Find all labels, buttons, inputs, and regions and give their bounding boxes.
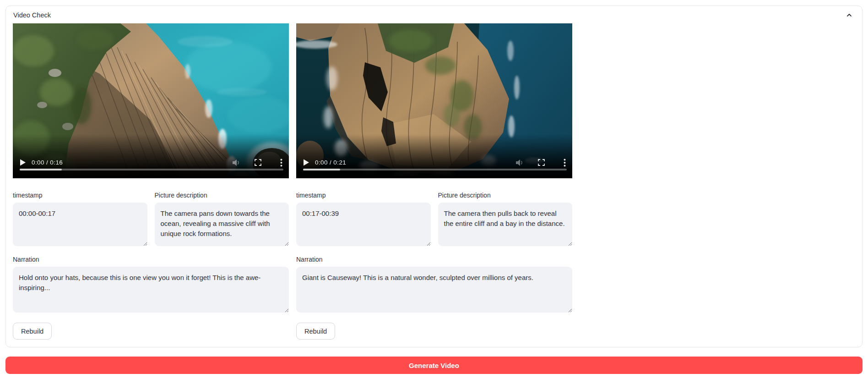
segment-column-2: 0:00 / 0:21 xyxy=(296,23,572,340)
picture-description-label: Picture description xyxy=(438,192,573,199)
generate-video-button[interactable]: Generate Video xyxy=(5,357,863,374)
timestamp-input[interactable]: 00:00-00:17 xyxy=(13,203,147,246)
video-player-1[interactable]: 0:00 / 0:16 xyxy=(13,23,289,178)
rebuild-button-1[interactable]: Rebuild xyxy=(13,323,52,340)
picture-description-label: Picture description xyxy=(155,192,289,199)
expander-header[interactable]: Video Check xyxy=(6,6,862,23)
narration-input[interactable]: Hold onto your hats, because this is one… xyxy=(13,267,289,313)
segment-column-1: 0:00 / 0:16 xyxy=(13,23,289,340)
timestamp-field-group-1: timestamp 00:00-00:17 xyxy=(13,192,147,246)
play-icon[interactable] xyxy=(303,159,309,166)
more-options-icon[interactable] xyxy=(280,159,282,167)
timestamp-input[interactable]: 00:17-00:39 xyxy=(296,203,431,246)
video-time-display: 0:00 / 0:16 xyxy=(32,159,63,166)
narration-field-group-1: Narration Hold onto your hats, because t… xyxy=(13,256,289,313)
expander-title: Video Check xyxy=(13,11,51,19)
video-controls-shade xyxy=(296,134,572,178)
narration-label: Narration xyxy=(296,256,572,263)
play-icon[interactable] xyxy=(20,159,26,166)
volume-icon[interactable] xyxy=(515,159,524,166)
timestamp-field-group-2: timestamp 00:17-00:39 xyxy=(296,192,431,246)
video-progress-bar[interactable] xyxy=(303,169,567,170)
fullscreen-icon[interactable] xyxy=(255,159,261,166)
fullscreen-icon[interactable] xyxy=(538,159,545,166)
empty-column xyxy=(580,23,856,340)
video-time-display: 0:00 / 0:21 xyxy=(315,159,346,166)
timestamp-label: timestamp xyxy=(296,192,431,199)
narration-field-group-2: Narration Giant is Causeway! This is a n… xyxy=(296,256,572,313)
picture-description-input[interactable]: The camera then pulls back to reveal the… xyxy=(438,203,573,246)
video-player-2[interactable]: 0:00 / 0:21 xyxy=(296,23,572,178)
picture-description-field-group-1: Picture description The camera pans down… xyxy=(155,192,289,246)
rebuild-button-2[interactable]: Rebuild xyxy=(296,323,335,340)
picture-description-input[interactable]: The camera pans down towards the ocean, … xyxy=(155,203,289,246)
narration-input[interactable]: Giant is Causeway! This is a natural won… xyxy=(296,267,572,313)
narration-label: Narration xyxy=(13,256,289,263)
video-buffered-bar xyxy=(20,169,62,170)
picture-description-field-group-2: Picture description The camera then pull… xyxy=(438,192,573,246)
app-page: Video Check xyxy=(0,0,868,379)
video-controls-shade xyxy=(13,134,289,178)
volume-icon[interactable] xyxy=(232,159,240,166)
more-options-icon[interactable] xyxy=(564,159,566,167)
expander-body: 0:00 / 0:16 xyxy=(6,23,862,340)
video-buffered-bar xyxy=(303,169,340,170)
chevron-up-icon[interactable] xyxy=(846,11,853,19)
video-progress-bar[interactable] xyxy=(20,169,283,170)
video-check-expander: Video Check xyxy=(5,5,863,347)
timestamp-label: timestamp xyxy=(13,192,147,199)
